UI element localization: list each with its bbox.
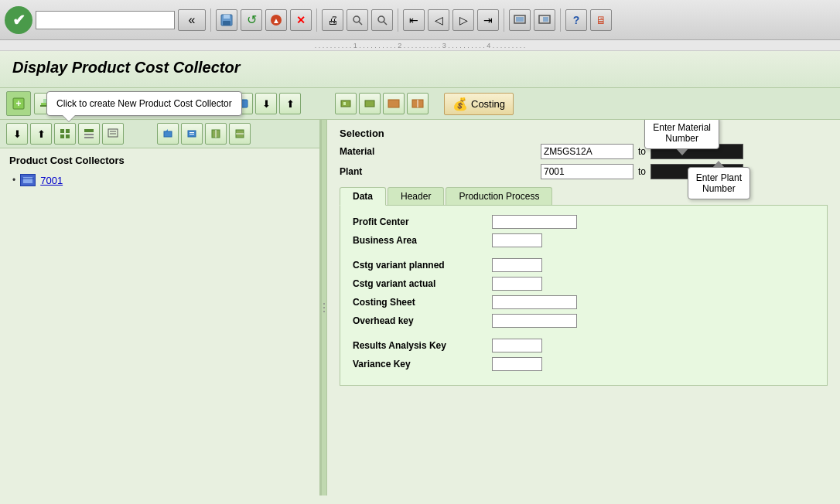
- material-row-container: Material to Enter MaterialNumber: [340, 144, 828, 159]
- export-btn[interactable]: [102, 123, 124, 145]
- tabs-header: Data Header Production Process: [340, 187, 828, 205]
- plant-to-label: to: [638, 166, 646, 177]
- overhead-key-input[interactable]: [492, 314, 577, 328]
- ruler: . . . . . . . . . . 1 . . . . . . . . . …: [0, 40, 840, 51]
- enter-plant-tooltip: Enter PlantNumber: [688, 167, 750, 199]
- overhead-key-row: Overhead key: [353, 314, 814, 328]
- tree-item[interactable]: • 7001: [9, 172, 310, 188]
- check-button[interactable]: ✔: [5, 6, 32, 34]
- cancel-button[interactable]: ✕: [290, 9, 312, 31]
- nav-btn-4[interactable]: [407, 93, 429, 114]
- save-button[interactable]: [216, 9, 237, 31]
- svg-text:▲: ▲: [272, 16, 280, 25]
- new-product-button[interactable]: +: [6, 91, 31, 116]
- detail-btn-2[interactable]: [181, 123, 203, 145]
- third-toolbar: ⬇ ⬆: [0, 120, 319, 148]
- collapse-btn[interactable]: ⬆: [30, 123, 52, 145]
- enter-material-tooltip: Enter MaterialNumber: [644, 120, 719, 149]
- results-analysis-row: Results Analysis Key: [353, 339, 814, 352]
- new-product-tooltip: Click to create New Product Cost Collect…: [46, 91, 242, 116]
- cstg-actual-input[interactable]: [492, 277, 542, 291]
- svg-rect-25: [388, 100, 399, 107]
- svg-line-6: [359, 22, 362, 25]
- right-sec-buttons: [157, 123, 251, 145]
- nav3-button[interactable]: ▷: [452, 9, 474, 31]
- tab-data[interactable]: Data: [340, 187, 386, 206]
- nav4-button[interactable]: ⇥: [477, 9, 499, 31]
- back-button[interactable]: «: [178, 9, 206, 31]
- svg-rect-28: [60, 129, 64, 133]
- svg-rect-38: [164, 131, 172, 137]
- detail-btn-3[interactable]: [205, 123, 227, 145]
- costing-icon: 💰: [452, 97, 468, 111]
- nav2-button[interactable]: ◁: [428, 9, 449, 31]
- tab-production-process[interactable]: Production Process: [446, 187, 552, 205]
- enter-plant-text: Enter PlantNumber: [696, 172, 742, 194]
- profit-center-label: Profit Center: [353, 216, 492, 227]
- sep3: [398, 9, 398, 32]
- business-area-label: Business Area: [353, 235, 492, 246]
- sep5: [560, 9, 561, 32]
- costing-sheet-label: Costing Sheet: [353, 297, 492, 308]
- profit-center-input[interactable]: [492, 215, 577, 229]
- svg-point-7: [378, 16, 384, 22]
- nav-btn-1[interactable]: [335, 93, 357, 114]
- overhead-key-label: Overhead key: [353, 315, 492, 326]
- right-panel: Selection Material to Enter MaterialNumb…: [327, 120, 840, 495]
- variance-key-input[interactable]: [492, 357, 542, 371]
- plant-input[interactable]: [541, 164, 633, 179]
- expand-btn[interactable]: ⬇: [6, 123, 28, 145]
- plant-row-container: Plant to Enter PlantNumber: [340, 164, 828, 179]
- nav-btn-3[interactable]: [383, 93, 405, 114]
- screen2-button[interactable]: [534, 9, 555, 31]
- tabs-container: Data Header Production Process Profit Ce…: [340, 187, 828, 386]
- cstg-planned-input[interactable]: [492, 258, 542, 272]
- ruler-marks: . . . . . . . . . . 1 . . . . . . . . . …: [8, 42, 832, 49]
- detail-btn-4[interactable]: [229, 123, 251, 145]
- btn-d[interactable]: ⬆: [279, 93, 301, 114]
- sep1: [210, 9, 211, 32]
- tree-item-label[interactable]: 7001: [40, 175, 63, 186]
- monitor-button[interactable]: 🖥: [590, 9, 612, 31]
- help-button[interactable]: ?: [565, 9, 587, 31]
- tab-header[interactable]: Header: [388, 187, 444, 205]
- svg-rect-10: [516, 17, 524, 22]
- command-input[interactable]: [36, 11, 175, 29]
- btn-c[interactable]: ⬇: [255, 93, 277, 114]
- selection-header: Selection: [340, 128, 828, 139]
- svg-rect-2: [223, 21, 230, 26]
- nav1-button[interactable]: ⇤: [403, 9, 425, 31]
- svg-rect-35: [108, 129, 118, 137]
- costing-button[interactable]: 💰 Costing: [444, 93, 514, 115]
- nav-btn-2[interactable]: [359, 93, 381, 114]
- detail-btn-1[interactable]: [157, 123, 179, 145]
- left-panel: ⬇ ⬆: [0, 120, 321, 495]
- business-area-row: Business Area: [353, 233, 814, 247]
- content-area: ⬇ ⬆: [0, 120, 840, 495]
- enter-material-text: Enter MaterialNumber: [653, 122, 711, 144]
- refresh-button[interactable]: ↺: [241, 9, 262, 31]
- results-analysis-input[interactable]: [492, 339, 542, 352]
- divider2: [353, 332, 814, 339]
- tab-content: Profit Center Business Area Cstg variant…: [340, 205, 828, 386]
- costing-sheet-row: Costing Sheet: [353, 295, 814, 309]
- cstg-actual-label: Cstg variant actual: [353, 278, 492, 289]
- cstg-planned-label: Cstg variant planned: [353, 260, 492, 271]
- tree-item-icon: [20, 174, 36, 186]
- upload-button[interactable]: ▲: [265, 9, 287, 31]
- find2-button[interactable]: [371, 9, 393, 31]
- material-input[interactable]: [541, 144, 633, 159]
- business-area-input[interactable]: [492, 233, 542, 247]
- material-label: Material: [340, 146, 417, 157]
- svg-marker-39: [166, 129, 168, 131]
- screen1-button[interactable]: [509, 9, 531, 31]
- tree-section: Product Cost Collectors • 7001: [0, 148, 319, 194]
- panel-resize-handle[interactable]: [321, 120, 327, 495]
- nav-buttons: [335, 93, 429, 114]
- svg-rect-48: [23, 177, 32, 183]
- layout-btn[interactable]: [78, 123, 100, 145]
- find-button[interactable]: [347, 9, 368, 31]
- plant-row: Plant to: [340, 164, 828, 179]
- print-button[interactable]: 🖨: [322, 9, 343, 31]
- costing-sheet-input[interactable]: [492, 295, 577, 309]
